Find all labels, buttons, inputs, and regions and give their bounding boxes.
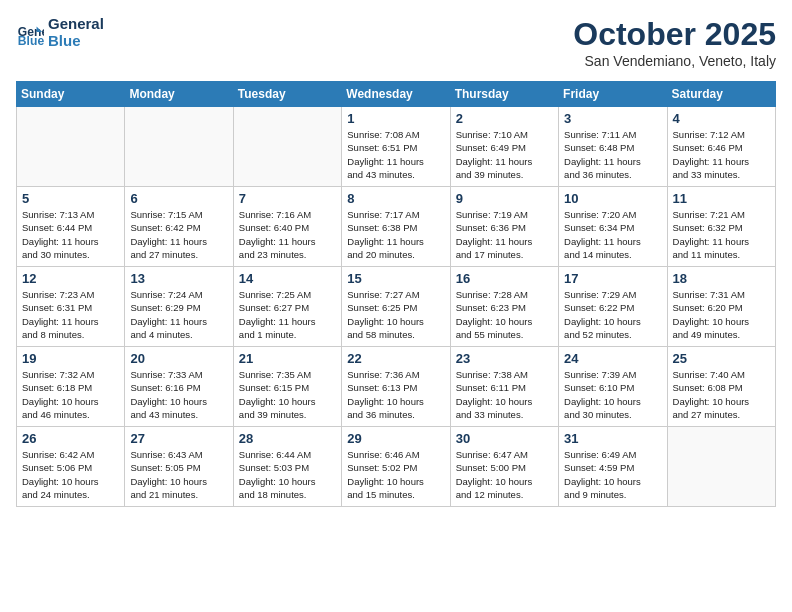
day-number: 16 bbox=[456, 271, 553, 286]
calendar-week-row: 19Sunrise: 7:32 AM Sunset: 6:18 PM Dayli… bbox=[17, 347, 776, 427]
day-number: 23 bbox=[456, 351, 553, 366]
day-info: Sunrise: 7:23 AM Sunset: 6:31 PM Dayligh… bbox=[22, 288, 119, 341]
day-number: 20 bbox=[130, 351, 227, 366]
calendar-day-cell: 17Sunrise: 7:29 AM Sunset: 6:22 PM Dayli… bbox=[559, 267, 667, 347]
calendar-day-cell bbox=[233, 107, 341, 187]
calendar-day-cell: 4Sunrise: 7:12 AM Sunset: 6:46 PM Daylig… bbox=[667, 107, 775, 187]
weekday-header-cell: Monday bbox=[125, 82, 233, 107]
calendar-day-cell: 10Sunrise: 7:20 AM Sunset: 6:34 PM Dayli… bbox=[559, 187, 667, 267]
calendar-day-cell: 25Sunrise: 7:40 AM Sunset: 6:08 PM Dayli… bbox=[667, 347, 775, 427]
day-number: 5 bbox=[22, 191, 119, 206]
day-number: 30 bbox=[456, 431, 553, 446]
day-info: Sunrise: 6:47 AM Sunset: 5:00 PM Dayligh… bbox=[456, 448, 553, 501]
weekday-header-row: SundayMondayTuesdayWednesdayThursdayFrid… bbox=[17, 82, 776, 107]
calendar-body: 1Sunrise: 7:08 AM Sunset: 6:51 PM Daylig… bbox=[17, 107, 776, 507]
calendar-day-cell: 22Sunrise: 7:36 AM Sunset: 6:13 PM Dayli… bbox=[342, 347, 450, 427]
day-number: 17 bbox=[564, 271, 661, 286]
page-header: General Blue General Blue October 2025 S… bbox=[16, 16, 776, 69]
day-info: Sunrise: 7:10 AM Sunset: 6:49 PM Dayligh… bbox=[456, 128, 553, 181]
month-title: October 2025 bbox=[573, 16, 776, 53]
day-number: 8 bbox=[347, 191, 444, 206]
calendar-day-cell: 20Sunrise: 7:33 AM Sunset: 6:16 PM Dayli… bbox=[125, 347, 233, 427]
calendar-day-cell: 2Sunrise: 7:10 AM Sunset: 6:49 PM Daylig… bbox=[450, 107, 558, 187]
day-info: Sunrise: 7:17 AM Sunset: 6:38 PM Dayligh… bbox=[347, 208, 444, 261]
calendar-table: SundayMondayTuesdayWednesdayThursdayFrid… bbox=[16, 81, 776, 507]
calendar-day-cell: 28Sunrise: 6:44 AM Sunset: 5:03 PM Dayli… bbox=[233, 427, 341, 507]
day-info: Sunrise: 6:46 AM Sunset: 5:02 PM Dayligh… bbox=[347, 448, 444, 501]
day-info: Sunrise: 7:36 AM Sunset: 6:13 PM Dayligh… bbox=[347, 368, 444, 421]
day-info: Sunrise: 7:38 AM Sunset: 6:11 PM Dayligh… bbox=[456, 368, 553, 421]
calendar-day-cell: 29Sunrise: 6:46 AM Sunset: 5:02 PM Dayli… bbox=[342, 427, 450, 507]
day-info: Sunrise: 6:44 AM Sunset: 5:03 PM Dayligh… bbox=[239, 448, 336, 501]
calendar-day-cell: 18Sunrise: 7:31 AM Sunset: 6:20 PM Dayli… bbox=[667, 267, 775, 347]
calendar-day-cell: 9Sunrise: 7:19 AM Sunset: 6:36 PM Daylig… bbox=[450, 187, 558, 267]
day-info: Sunrise: 7:11 AM Sunset: 6:48 PM Dayligh… bbox=[564, 128, 661, 181]
day-number: 28 bbox=[239, 431, 336, 446]
weekday-header-cell: Saturday bbox=[667, 82, 775, 107]
day-info: Sunrise: 7:29 AM Sunset: 6:22 PM Dayligh… bbox=[564, 288, 661, 341]
calendar-day-cell: 30Sunrise: 6:47 AM Sunset: 5:00 PM Dayli… bbox=[450, 427, 558, 507]
day-info: Sunrise: 7:33 AM Sunset: 6:16 PM Dayligh… bbox=[130, 368, 227, 421]
day-info: Sunrise: 7:16 AM Sunset: 6:40 PM Dayligh… bbox=[239, 208, 336, 261]
logo-line2: Blue bbox=[48, 33, 104, 50]
day-number: 7 bbox=[239, 191, 336, 206]
day-info: Sunrise: 7:35 AM Sunset: 6:15 PM Dayligh… bbox=[239, 368, 336, 421]
day-info: Sunrise: 6:49 AM Sunset: 4:59 PM Dayligh… bbox=[564, 448, 661, 501]
day-number: 15 bbox=[347, 271, 444, 286]
day-number: 24 bbox=[564, 351, 661, 366]
day-number: 19 bbox=[22, 351, 119, 366]
day-info: Sunrise: 7:28 AM Sunset: 6:23 PM Dayligh… bbox=[456, 288, 553, 341]
day-number: 10 bbox=[564, 191, 661, 206]
logo: General Blue General Blue bbox=[16, 16, 104, 49]
calendar-day-cell: 8Sunrise: 7:17 AM Sunset: 6:38 PM Daylig… bbox=[342, 187, 450, 267]
calendar-day-cell: 7Sunrise: 7:16 AM Sunset: 6:40 PM Daylig… bbox=[233, 187, 341, 267]
calendar-day-cell bbox=[17, 107, 125, 187]
calendar-day-cell: 16Sunrise: 7:28 AM Sunset: 6:23 PM Dayli… bbox=[450, 267, 558, 347]
calendar-day-cell: 14Sunrise: 7:25 AM Sunset: 6:27 PM Dayli… bbox=[233, 267, 341, 347]
day-number: 14 bbox=[239, 271, 336, 286]
calendar-week-row: 1Sunrise: 7:08 AM Sunset: 6:51 PM Daylig… bbox=[17, 107, 776, 187]
calendar-day-cell: 13Sunrise: 7:24 AM Sunset: 6:29 PM Dayli… bbox=[125, 267, 233, 347]
day-info: Sunrise: 7:19 AM Sunset: 6:36 PM Dayligh… bbox=[456, 208, 553, 261]
calendar-day-cell: 27Sunrise: 6:43 AM Sunset: 5:05 PM Dayli… bbox=[125, 427, 233, 507]
day-number: 9 bbox=[456, 191, 553, 206]
day-number: 29 bbox=[347, 431, 444, 446]
title-block: October 2025 San Vendemiano, Veneto, Ita… bbox=[573, 16, 776, 69]
day-number: 21 bbox=[239, 351, 336, 366]
day-info: Sunrise: 7:27 AM Sunset: 6:25 PM Dayligh… bbox=[347, 288, 444, 341]
day-number: 13 bbox=[130, 271, 227, 286]
day-info: Sunrise: 7:12 AM Sunset: 6:46 PM Dayligh… bbox=[673, 128, 770, 181]
logo-line1: General bbox=[48, 16, 104, 33]
day-info: Sunrise: 7:13 AM Sunset: 6:44 PM Dayligh… bbox=[22, 208, 119, 261]
calendar-day-cell: 21Sunrise: 7:35 AM Sunset: 6:15 PM Dayli… bbox=[233, 347, 341, 427]
day-info: Sunrise: 6:43 AM Sunset: 5:05 PM Dayligh… bbox=[130, 448, 227, 501]
weekday-header-cell: Sunday bbox=[17, 82, 125, 107]
calendar-day-cell: 26Sunrise: 6:42 AM Sunset: 5:06 PM Dayli… bbox=[17, 427, 125, 507]
day-info: Sunrise: 7:15 AM Sunset: 6:42 PM Dayligh… bbox=[130, 208, 227, 261]
day-info: Sunrise: 7:08 AM Sunset: 6:51 PM Dayligh… bbox=[347, 128, 444, 181]
calendar-day-cell: 31Sunrise: 6:49 AM Sunset: 4:59 PM Dayli… bbox=[559, 427, 667, 507]
calendar-week-row: 12Sunrise: 7:23 AM Sunset: 6:31 PM Dayli… bbox=[17, 267, 776, 347]
calendar-week-row: 5Sunrise: 7:13 AM Sunset: 6:44 PM Daylig… bbox=[17, 187, 776, 267]
calendar-week-row: 26Sunrise: 6:42 AM Sunset: 5:06 PM Dayli… bbox=[17, 427, 776, 507]
day-number: 31 bbox=[564, 431, 661, 446]
calendar-day-cell: 5Sunrise: 7:13 AM Sunset: 6:44 PM Daylig… bbox=[17, 187, 125, 267]
day-number: 25 bbox=[673, 351, 770, 366]
day-number: 11 bbox=[673, 191, 770, 206]
calendar-day-cell: 15Sunrise: 7:27 AM Sunset: 6:25 PM Dayli… bbox=[342, 267, 450, 347]
weekday-header-cell: Tuesday bbox=[233, 82, 341, 107]
day-number: 27 bbox=[130, 431, 227, 446]
day-number: 26 bbox=[22, 431, 119, 446]
day-info: Sunrise: 7:39 AM Sunset: 6:10 PM Dayligh… bbox=[564, 368, 661, 421]
day-number: 3 bbox=[564, 111, 661, 126]
calendar-day-cell: 24Sunrise: 7:39 AM Sunset: 6:10 PM Dayli… bbox=[559, 347, 667, 427]
calendar-day-cell: 19Sunrise: 7:32 AM Sunset: 6:18 PM Dayli… bbox=[17, 347, 125, 427]
calendar-day-cell: 12Sunrise: 7:23 AM Sunset: 6:31 PM Dayli… bbox=[17, 267, 125, 347]
calendar-day-cell: 23Sunrise: 7:38 AM Sunset: 6:11 PM Dayli… bbox=[450, 347, 558, 427]
day-info: Sunrise: 7:40 AM Sunset: 6:08 PM Dayligh… bbox=[673, 368, 770, 421]
weekday-header-cell: Thursday bbox=[450, 82, 558, 107]
day-info: Sunrise: 7:21 AM Sunset: 6:32 PM Dayligh… bbox=[673, 208, 770, 261]
day-number: 4 bbox=[673, 111, 770, 126]
weekday-header-cell: Wednesday bbox=[342, 82, 450, 107]
weekday-header-cell: Friday bbox=[559, 82, 667, 107]
